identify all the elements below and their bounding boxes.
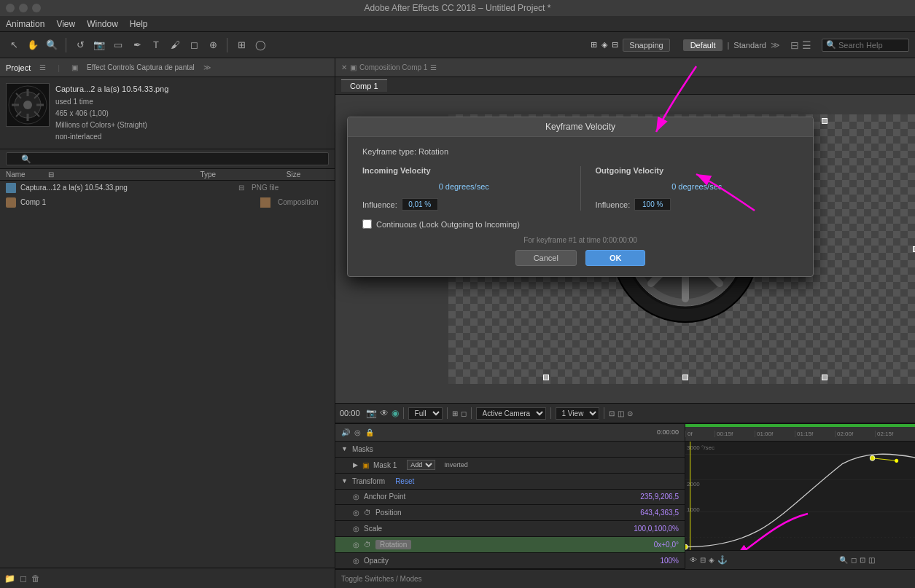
eraser-tool[interactable]: ◻ bbox=[186, 37, 202, 53]
close-button[interactable] bbox=[6, 4, 15, 12]
shape-tool[interactable]: ◯ bbox=[252, 37, 268, 53]
file-item-capture[interactable]: Captura...12 a la(s) 10.54.33.png ⊟ PNG … bbox=[0, 181, 335, 195]
workspace-area: Default | Standard ≫ bbox=[683, 39, 780, 51]
timeline-header-row: 🔊 ◎ 🔒 0:00:00 bbox=[335, 424, 685, 442]
header-label-icon: ⊟ bbox=[48, 170, 90, 179]
reset-view-icon[interactable]: ⊙ bbox=[627, 409, 633, 418]
dialog-incoming-influence-input[interactable] bbox=[402, 198, 438, 211]
graph-area: 3000 °/sec 2000 1000 bbox=[685, 442, 915, 550]
asset-color: Millions of Colors+ (Straight) bbox=[55, 119, 168, 131]
menu-window[interactable]: Window bbox=[87, 19, 118, 29]
tl-ctrl-icon1[interactable]: 👁 bbox=[690, 556, 697, 564]
camera-tool[interactable]: 📷 bbox=[91, 37, 107, 53]
timeline-audio-icon[interactable]: 🔊 bbox=[341, 428, 350, 436]
anchor-tool[interactable]: ⊞ bbox=[233, 37, 249, 53]
toolbar: ↖ ✋ 🔍 ↺ 📷 ▭ ✒ T 🖌 ◻ ⊕ ⊞ ◯ ⊞ ◈ ⊟ Snapping… bbox=[0, 32, 915, 58]
panel-tabs: Project ☰ | ▣ Effect Controls Captura de… bbox=[0, 58, 335, 77]
dialog-outgoing-influence-input[interactable] bbox=[634, 198, 671, 211]
project-search-input[interactable] bbox=[6, 152, 329, 165]
asset-preview: Captura...2 a la(s) 10.54.33.png used 1 … bbox=[0, 77, 335, 149]
tl-expand-transform[interactable]: ▼ bbox=[341, 477, 348, 485]
tl-icon-opacity: ◎ bbox=[353, 557, 359, 565]
delete-icon[interactable]: 🗑 bbox=[31, 573, 40, 584]
timeline-bottom-controls: 👁 ⊟ ◈ ⚓ 🔍 ◻ ⊡ ◫ ◎ ⊕ ≫ → ⤾ bbox=[685, 550, 915, 569]
selection-tool[interactable]: ↖ bbox=[6, 37, 22, 53]
zoom-tool[interactable]: 🔍 bbox=[44, 37, 60, 53]
dialog-ok-button[interactable]: OK bbox=[585, 250, 646, 266]
tl-ctrl-icon6[interactable]: ◫ bbox=[868, 556, 875, 564]
comp-close-btn[interactable]: ✕ bbox=[341, 63, 347, 71]
text-tool[interactable]: T bbox=[148, 37, 164, 53]
rotate-tool[interactable]: ↺ bbox=[72, 37, 88, 53]
tl-label-transform: Transform bbox=[352, 477, 385, 485]
dialog-incoming-influence-label: Influence: bbox=[362, 200, 397, 209]
tl-mask-blend[interactable]: Add bbox=[407, 460, 435, 470]
overlay-icon[interactable]: ◫ bbox=[618, 409, 624, 418]
maximize-button[interactable] bbox=[32, 4, 41, 12]
timeline-solo-icon[interactable]: ◎ bbox=[354, 428, 361, 436]
view-select[interactable]: 1 View bbox=[556, 407, 599, 420]
effect-controls-tab[interactable]: Effect Controls Captura de pantal bbox=[87, 63, 195, 71]
comp-subtab-bar: Comp 1 bbox=[335, 77, 915, 95]
comp-menu-icon[interactable]: ☰ bbox=[430, 63, 437, 71]
camera-icon[interactable]: 📷 bbox=[366, 408, 377, 418]
project-tab[interactable]: Project bbox=[6, 63, 31, 72]
file-list-header: Name ⊟ Type Size bbox=[0, 169, 335, 181]
puppet-tool[interactable]: ⊕ bbox=[205, 37, 221, 53]
rectangle-tool[interactable]: ▭ bbox=[110, 37, 126, 53]
view-options-icon[interactable]: 👁 bbox=[380, 408, 389, 418]
tl-ctrl-icon2[interactable]: ⊟ bbox=[700, 556, 706, 564]
new-folder-icon[interactable]: 📁 bbox=[4, 573, 15, 584]
timeline-graph-area: 0f 00:15f 01:00f 01:15f 02:00f 02:15f 03… bbox=[685, 424, 915, 569]
menu-animation[interactable]: Animation bbox=[6, 19, 44, 29]
tl-value-position: 643,4,363,5 bbox=[640, 509, 679, 517]
dialog-continuous-checkbox[interactable] bbox=[362, 219, 372, 229]
workspace-default[interactable]: Default bbox=[683, 39, 723, 51]
timeline-lock-icon[interactable]: 🔒 bbox=[365, 428, 374, 436]
tl-row-scale: ◎ Scale 100,0,100,0% bbox=[335, 521, 685, 537]
grid-icon[interactable]: ⊞ bbox=[452, 409, 458, 418]
minimize-button[interactable] bbox=[19, 4, 28, 12]
tl-ctrl-zoom1[interactable]: 🔍 bbox=[839, 556, 848, 564]
region-icon[interactable]: ◻ bbox=[461, 409, 467, 418]
tl-expand-masks[interactable]: ▼ bbox=[341, 445, 348, 452]
tl-row-mask1: ▶ ▣ Mask 1 Add Inverted bbox=[335, 458, 685, 474]
dialog-keyframe-type: Keyframe type: Rotation bbox=[362, 147, 798, 156]
tl-label-rotation: Rotation bbox=[375, 540, 411, 549]
keyframe-velocity-dialog: Keyframe Velocity Keyframe type: Rotatio… bbox=[347, 117, 814, 277]
file-item-comp[interactable]: Comp 1 Composition bbox=[0, 195, 335, 210]
left-panel: Project ☰ | ▣ Effect Controls Captura de… bbox=[0, 58, 335, 588]
handle-bottom-center[interactable] bbox=[682, 375, 688, 380]
tl-ctrl-icon5[interactable]: ⊡ bbox=[860, 556, 865, 564]
camera-select[interactable]: Active Camera bbox=[476, 407, 546, 420]
workspace-expand[interactable]: ≫ bbox=[771, 40, 780, 50]
safe-zones-icon[interactable]: ⊡ bbox=[609, 409, 615, 418]
tl-stopwatch-rotation[interactable]: ⏱ bbox=[364, 541, 371, 549]
zoom-select[interactable]: Full bbox=[408, 407, 443, 420]
svg-point-37 bbox=[895, 459, 898, 463]
tl-expand-mask1[interactable]: ▶ bbox=[353, 461, 358, 469]
dialog-cancel-button[interactable]: Cancel bbox=[515, 250, 577, 266]
dialog-incoming-value: 0 degrees/sec bbox=[439, 182, 489, 191]
handle-bottom-left[interactable] bbox=[543, 375, 549, 380]
handle-bottom-right[interactable] bbox=[822, 375, 828, 380]
tl-row-anchor: ◎ Anchor Point 235,9,206,5 bbox=[335, 490, 685, 506]
tl-ctrl-icon4[interactable]: ⚓ bbox=[717, 555, 728, 565]
workspace-standard: Standard bbox=[733, 41, 766, 50]
tl-ctrl-icon3[interactable]: ◈ bbox=[709, 556, 715, 564]
color-icon[interactable]: ◉ bbox=[392, 408, 399, 418]
tl-row-rotation[interactable]: ◎ ⏱ Rotation 0x+0,0° bbox=[335, 537, 685, 553]
search-icon: 🔍 bbox=[826, 40, 836, 50]
menu-help[interactable]: Help bbox=[130, 19, 148, 29]
brush-tool[interactable]: 🖌 bbox=[167, 37, 183, 53]
handle-top-right[interactable] bbox=[822, 118, 828, 124]
comp-subtab-active[interactable]: Comp 1 bbox=[341, 79, 387, 92]
hand-tool[interactable]: ✋ bbox=[25, 37, 41, 53]
panel-tab-icon: ☰ bbox=[39, 63, 46, 71]
new-composition-icon[interactable]: ◻ bbox=[20, 573, 27, 584]
tl-stopwatch-position[interactable]: ⏱ bbox=[364, 509, 371, 517]
menu-view[interactable]: View bbox=[56, 19, 75, 29]
tl-ctrl-zoom2[interactable]: ◻ bbox=[851, 556, 857, 564]
snapping-button[interactable]: Snapping bbox=[623, 39, 670, 52]
pen-tool[interactable]: ✒ bbox=[129, 37, 145, 53]
